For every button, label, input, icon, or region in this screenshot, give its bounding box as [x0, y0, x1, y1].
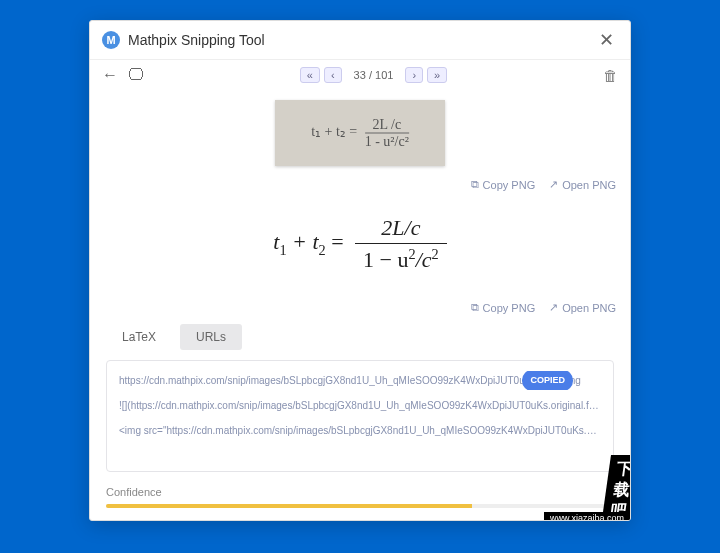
next-page-button[interactable]: › — [405, 67, 423, 83]
toolbar: ← 🖵 « ‹ 33 / 101 › » 🗑 — [90, 60, 630, 90]
url-line-2[interactable]: ![](https://cdn.mathpix.com/snip/images/… — [119, 396, 601, 415]
snip-image: t₁ + t₂ = 2L /c 1 - u²/c² — [275, 100, 445, 166]
open-icon: ↗ — [549, 301, 558, 314]
app-title: Mathpix Snipping Tool — [128, 32, 595, 48]
first-page-button[interactable]: « — [300, 67, 320, 83]
copy-png-button-2[interactable]: ⧉Copy PNG — [471, 301, 536, 314]
trash-icon[interactable]: 🗑 — [603, 67, 618, 84]
monitor-icon[interactable]: 🖵 — [128, 66, 144, 84]
urls-panel: https://cdn.mathpix.com/snip/images/bSLp… — [106, 360, 614, 472]
page-indicator: 33 / 101 — [354, 69, 394, 81]
copy-png-button[interactable]: ⧉Copy PNG — [471, 178, 536, 191]
open-png-button[interactable]: ↗Open PNG — [549, 178, 616, 191]
rendered-equation: t1 + t2 = 2L/c1 − u2/c2 — [90, 195, 630, 297]
tab-urls[interactable]: URLs — [180, 324, 242, 350]
copy-icon: ⧉ — [471, 178, 479, 191]
open-png-button-2[interactable]: ↗Open PNG — [549, 301, 616, 314]
url-line-3[interactable]: <img src="https://cdn.mathpix.com/snip/i… — [119, 421, 601, 440]
tabs: LaTeX URLs — [90, 324, 630, 350]
url-line-1[interactable]: https://cdn.mathpix.com/snip/images/bSLp… — [119, 371, 601, 390]
titlebar: M Mathpix Snipping Tool ✕ — [90, 21, 630, 60]
pager: « ‹ 33 / 101 › » — [300, 67, 447, 83]
last-page-button[interactable]: » — [427, 67, 447, 83]
close-icon[interactable]: ✕ — [595, 29, 618, 51]
render-actions: ⧉Copy PNG ↗Open PNG — [90, 297, 630, 318]
copy-icon: ⧉ — [471, 301, 479, 314]
handwritten-equation: t₁ + t₂ = 2L /c 1 - u²/c² — [311, 117, 409, 150]
app-logo-icon: M — [102, 31, 120, 49]
confidence-fill — [106, 504, 472, 508]
copied-chip: COPIED — [522, 371, 573, 390]
confidence-section: Confidence — [90, 482, 630, 520]
prev-page-button[interactable]: ‹ — [324, 67, 342, 83]
open-icon: ↗ — [549, 178, 558, 191]
snip-actions: ⧉Copy PNG ↗Open PNG — [90, 174, 630, 195]
confidence-label: Confidence — [106, 486, 614, 498]
confidence-bar — [106, 504, 614, 508]
tab-latex[interactable]: LaTeX — [106, 324, 172, 350]
app-window: M Mathpix Snipping Tool ✕ ← 🖵 « ‹ 33 / 1… — [89, 20, 631, 521]
back-icon[interactable]: ← — [102, 66, 118, 84]
